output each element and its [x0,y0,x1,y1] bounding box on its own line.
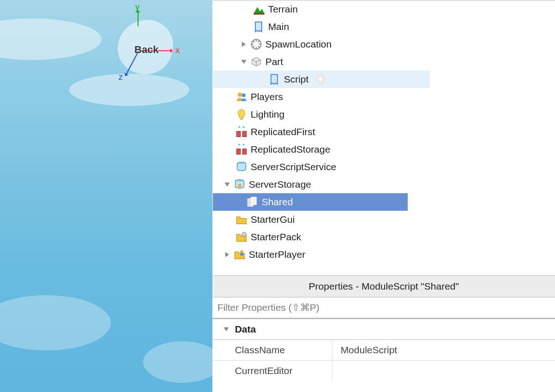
tree-item-label: Shared [262,196,293,208]
cloud-decor [0,295,111,350]
tree-item-label: Terrain [268,4,298,15]
properties-filter-input[interactable]: Filter Properties (⇧⌘P) [213,297,555,318]
expand-arrow-icon[interactable] [222,249,232,260]
expand-arrow-icon[interactable] [239,39,249,49]
starterpack-icon [235,231,248,244]
axis-x-label: x [175,46,180,55]
tree-item-serverscriptservice[interactable]: ServerScriptService [213,158,555,176]
cloud-decor [143,341,212,383]
svg-rect-11 [238,184,241,187]
tree-item-replicatedfirst[interactable]: ReplicatedFirst [213,123,555,141]
lightbulb-icon [235,108,248,121]
svg-rect-7 [236,149,240,154]
explorer-tree[interactable]: Terrain Main SpawnLocation [213,0,555,275]
cloud-decor [0,18,102,60]
collapse-arrow-icon[interactable] [221,324,231,334]
script-icon [253,20,265,33]
gizmo-face-label: Back [134,44,159,56]
tree-item-label: StarterGui [251,214,295,225]
svg-rect-0 [253,13,264,15]
tree-item-shared[interactable]: Shared [213,193,408,211]
collapse-arrow-icon[interactable] [222,179,232,190]
tree-item-label: Part [265,56,284,67]
properties-title: Properties - ModuleScript "Shared" [309,281,459,292]
property-name: CurrentEditor [213,360,332,381]
tree-item-script[interactable]: Script [213,71,430,88]
server-script-icon [235,160,248,173]
tree-item-spawnlocation[interactable]: SpawnLocation [213,36,555,53]
tree-item-label: StarterPlayer [249,249,306,260]
side-panel: Terrain Main SpawnLocation [212,0,555,392]
replicated-icon [235,143,248,156]
svg-point-2 [237,93,241,97]
tree-item-terrain[interactable]: Terrain [213,0,555,18]
property-row[interactable]: CurrentEditor [213,360,555,381]
orientation-gizmo[interactable]: y x z Back [109,16,182,81]
tree-item-startergui[interactable]: StarterGui [213,211,555,228]
axis-y [138,11,139,26]
svg-point-3 [241,93,245,97]
tree-item-label: SpawnLocation [265,39,332,50]
property-category-row[interactable]: Data [213,318,555,339]
svg-point-14 [242,232,246,237]
terrain-icon [253,3,265,16]
tree-item-label: Main [268,21,290,32]
spawn-icon [250,38,263,51]
root: y x z Back Terrain Main [0,0,555,392]
axis-z-label: z [119,72,123,82]
starterplayer-icon [233,248,246,261]
tree-item-label: Lighting [251,109,285,120]
tree-item-label: ServerStorage [249,179,311,190]
axis-y-label: y [135,2,139,12]
property-value[interactable]: ModuleScript [332,339,555,360]
tree-item-label: StarterPack [251,232,302,243]
collapse-arrow-icon[interactable] [239,57,249,67]
tree-item-starterpack[interactable]: StarterPack [213,228,555,246]
filter-placeholder: Filter Properties (⇧⌘P) [217,302,320,313]
tree-item-label: ReplicatedFirst [251,126,315,137]
tree-item-label: Script [284,74,309,85]
property-row[interactable]: ClassName ModuleScript [213,339,555,360]
tree-item-replicatedstorage[interactable]: ReplicatedStorage [213,141,555,158]
svg-rect-6 [242,131,246,137]
replicated-icon [235,125,248,138]
add-child-button[interactable] [315,74,326,85]
tree-item-serverstorage[interactable]: ServerStorage [213,176,555,193]
tree-item-label: Players [251,91,283,102]
tree-item-label: ServerScriptService [251,161,337,172]
tree-item-main[interactable]: Main [213,18,555,36]
property-value[interactable] [332,360,555,381]
players-icon [235,90,248,103]
tree-item-starterplayer[interactable]: StarterPlayer [213,246,555,263]
folder-icon [235,213,248,226]
svg-rect-8 [242,149,246,154]
part-icon [250,55,263,68]
tree-item-label: ReplicatedStorage [251,144,331,155]
server-storage-icon [233,178,246,191]
3d-viewport[interactable]: y x z Back [0,0,212,392]
svg-rect-5 [236,131,240,137]
tree-item-part[interactable]: Part [213,53,555,71]
svg-rect-4 [240,118,243,120]
property-category-label: Data [235,324,256,335]
tree-item-players[interactable]: Players [213,88,555,106]
property-name: ClassName [213,339,332,360]
svg-rect-16 [240,253,243,256]
tree-item-lighting[interactable]: Lighting [213,106,555,123]
script-icon [268,73,281,86]
svg-rect-13 [251,197,256,205]
module-script-icon [246,196,259,208]
properties-header: Properties - ModuleScript "Shared" [213,275,555,297]
